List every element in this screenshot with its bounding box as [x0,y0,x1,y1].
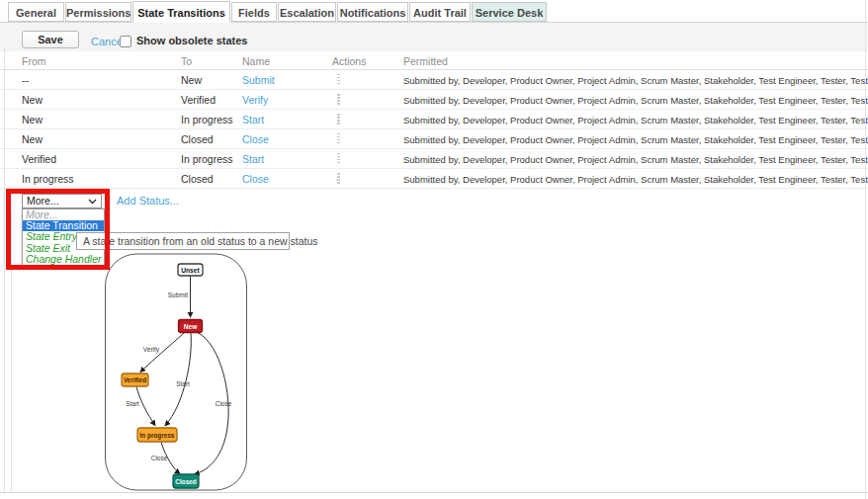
cell-from: New [22,133,43,145]
cell-to: New [181,74,202,86]
tab-state-transitions[interactable]: State Transitions [132,1,230,23]
tab-bar: General Permissions State Transitions Fi… [8,2,548,23]
svg-text:New: New [184,323,198,330]
tab-fields[interactable]: Fields [231,2,277,22]
table-header: From To Name Actions Permitted [0,52,868,70]
table-row: Verified In progress Start Submitted by,… [0,149,868,169]
svg-text:Closed: Closed [175,478,196,485]
diagram-container-border [106,254,247,490]
cell-permitted: Submitted by, Developer, Product Owner, … [403,134,868,145]
edge-label-verify: Verify [143,346,160,354]
transition-name-link[interactable]: Start [242,114,264,125]
diagram-node-closed[interactable]: Closed [173,474,199,488]
tab-permissions[interactable]: Permissions [65,2,131,22]
diagram-node-in-progress[interactable]: In progress [137,428,177,442]
cell-to: Closed [181,173,214,185]
tab-audit-trail[interactable]: Audit Trail [409,2,471,22]
cell-to: Closed [181,133,214,145]
annotation-highlight-box [6,189,110,270]
panel-right-border [865,0,866,499]
show-obsolete-label: Show obsolete states [136,35,247,46]
diagram-node-unset[interactable]: Unset [178,264,203,276]
svg-text:In progress: In progress [140,432,175,440]
cell-permitted: Submitted by, Developer, Product Owner, … [403,174,868,185]
save-button[interactable]: Save [22,31,79,48]
cell-from: New [22,94,43,106]
table-row: New Verified Verify Submitted by, Develo… [0,90,868,110]
transition-name-link[interactable]: Verify [242,94,268,106]
cell-to: Verified [181,94,216,106]
workflow-editor-window: General Permissions State Transitions Fi… [0,0,868,499]
cell-from: Verified [22,153,56,165]
tab-notifications[interactable]: Notifications [337,2,408,22]
diagram-node-verified[interactable]: Verified [122,374,148,386]
transition-name-link[interactable]: Close [242,173,269,185]
cell-permitted: Submitted by, Developer, Product Owner, … [403,75,868,86]
tab-service-desk[interactable]: Service Desk [472,2,547,22]
panel-left-border [4,47,5,492]
cell-permitted: Submitted by, Developer, Product Owner, … [403,95,868,106]
transition-name-link[interactable]: Close [242,133,269,145]
diagram-node-new[interactable]: New [179,320,203,333]
transition-name-link[interactable]: Submit [242,74,275,86]
cell-from: In progress [22,173,74,185]
table-row: New Closed Close Submitted by, Developer… [0,129,868,149]
tab-escalation[interactable]: Escalation [278,2,336,22]
cell-to: In progress [181,153,233,165]
row-actions-icon[interactable] [337,173,340,184]
cell-to: In progress [181,114,233,125]
column-header-to: To [181,55,192,67]
column-header-permitted: Permitted [403,55,448,67]
column-header-name: Name [242,55,270,67]
cell-from: New [22,114,43,125]
add-status-link[interactable]: Add Status... [117,195,179,207]
table-row: -- New Submit Submitted by, Developer, P… [0,70,868,90]
workflow-diagram: Submit Verify Start Close Start Close Un… [59,247,257,493]
row-actions-icon[interactable] [337,133,340,144]
show-obsolete-checkbox[interactable] [120,36,131,47]
row-actions-icon[interactable] [337,94,340,105]
edge-label-close1: Close [216,400,232,407]
svg-text:Verified: Verified [124,376,146,383]
row-actions-icon[interactable] [337,153,340,164]
tab-general[interactable]: General [8,2,64,22]
column-header-actions: Actions [332,55,366,67]
edge-label-start2: Start [126,400,139,407]
cell-from: -- [22,74,29,86]
cell-permitted: Submitted by, Developer, Product Owner, … [403,115,868,125]
table-row: New In progress Start Submitted by, Deve… [0,110,868,129]
column-header-from: From [22,55,46,67]
cell-permitted: Submitted by, Developer, Product Owner, … [403,154,868,165]
table-row: In progress Closed Close Submitted by, D… [0,169,868,189]
row-actions-icon[interactable] [337,114,340,125]
svg-text:Unset: Unset [181,267,200,274]
edge-label-close2: Close [151,455,168,461]
row-actions-icon[interactable] [337,74,340,85]
edge-label-submit: Submit [168,291,188,298]
transition-name-link[interactable]: Start [242,153,264,165]
edge-label-start1: Start [176,380,190,387]
